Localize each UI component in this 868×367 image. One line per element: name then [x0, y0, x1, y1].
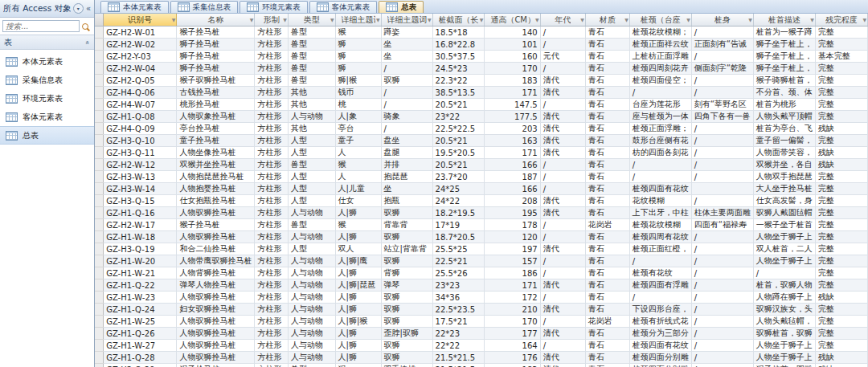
table-cell[interactable]: 完整: [815, 75, 867, 87]
table-cell[interactable]: GZ-H1-Q-28: [104, 352, 177, 364]
table-cell[interactable]: 方柱形: [255, 123, 289, 135]
table-cell[interactable]: 桩颈四面有花纹: [629, 183, 691, 195]
table-cell[interactable]: 残缺: [815, 159, 867, 171]
table-cell[interactable]: 青石: [585, 255, 629, 267]
table-cell[interactable]: 方柱形: [255, 39, 289, 51]
table-cell[interactable]: GZ-H1-Q-22: [104, 279, 177, 292]
table-cell[interactable]: 人|儿童: [335, 183, 381, 195]
table-cell[interactable]: 钱币: [335, 87, 381, 99]
table-cell[interactable]: GZ-H3-Q-19: [104, 243, 177, 255]
table-cell[interactable]: GZ-H1-Q-08: [104, 111, 177, 123]
filter-dropdown-icon[interactable]: ▼: [686, 17, 690, 22]
table-cell[interactable]: 人物坐于狮子上: [753, 231, 815, 243]
table-cell[interactable]: 残缺: [815, 364, 867, 367]
table-cell[interactable]: /: [540, 292, 585, 304]
search-icon[interactable]: [82, 23, 88, 30]
filter-dropdown-icon[interactable]: ▼: [624, 17, 628, 22]
table-cell[interactable]: 人|狮: [335, 340, 381, 352]
table-cell[interactable]: 人|狮|鹰: [335, 255, 381, 267]
table-cell[interactable]: 桩颈四面分别雕: [629, 352, 691, 364]
table-cell[interactable]: 人型: [288, 135, 335, 147]
table-cell[interactable]: 童子留一偏髻，: [753, 135, 815, 147]
table-cell[interactable]: 双猴并坐，各自: [753, 159, 815, 171]
table-cell[interactable]: 桩颈花纹模糊；: [629, 27, 691, 39]
table-cell[interactable]: 方柱形: [255, 207, 289, 219]
table-cell[interactable]: 人物头戴毡帽，: [753, 316, 815, 328]
row-selector[interactable]: [95, 195, 104, 207]
table-cell[interactable]: 桩首为桃形: [753, 99, 815, 111]
table-cell[interactable]: 方柱形: [255, 292, 289, 304]
table-cell[interactable]: 210: [485, 304, 540, 316]
table-cell[interactable]: 完整: [815, 39, 867, 51]
table-cell[interactable]: 157: [485, 255, 540, 267]
table-cell[interactable]: 178: [485, 219, 540, 231]
table-cell[interactable]: 24*25: [432, 183, 485, 195]
row-selector[interactable]: [95, 51, 104, 63]
column-header-桩首描述[interactable]: 桩首描述▼: [753, 14, 815, 27]
table-cell[interactable]: 20.5*21: [432, 135, 485, 147]
table-cell[interactable]: 青石: [585, 328, 629, 340]
table-cell[interactable]: 人与动物: [288, 231, 335, 243]
table-cell[interactable]: 青石: [585, 135, 629, 147]
table-cell[interactable]: 人与动物: [288, 340, 335, 352]
table-cell[interactable]: 人物双手抱琵琶: [753, 171, 815, 183]
row-selector[interactable]: [95, 171, 104, 183]
sidebar-item-客体元素表[interactable]: 客体元素表: [0, 108, 94, 126]
table-cell[interactable]: 人与动物: [288, 267, 335, 279]
table-cell[interactable]: 青石: [585, 75, 629, 87]
sidebar-item-总表[interactable]: 总表: [0, 126, 94, 145]
table-cell[interactable]: 猴: [335, 364, 381, 367]
table-cell[interactable]: 大人坐于拴马桩: [753, 183, 815, 195]
table-cell[interactable]: 人与动物: [288, 111, 335, 123]
table-cell[interactable]: 人|狮|琵琶: [335, 279, 381, 292]
table-cell[interactable]: 人物蹲在狮子上: [753, 292, 815, 304]
table-cell[interactable]: 22.5*22.5: [432, 123, 485, 135]
table-cell[interactable]: 猴子桩首，圆雕: [753, 364, 815, 367]
table-cell[interactable]: GZ-H3-Q-11: [104, 147, 177, 159]
table-cell[interactable]: 驭狮: [381, 255, 432, 267]
table-cell[interactable]: 蹲姿: [381, 27, 432, 39]
table-cell[interactable]: 21.5*21.5: [432, 352, 485, 364]
table-cell[interactable]: 人|狮: [335, 304, 381, 316]
table-cell[interactable]: GZ-H4-Q-06: [104, 87, 177, 99]
table-cell[interactable]: 桩颈花纹模糊: [629, 219, 691, 231]
table-cell[interactable]: 195: [485, 207, 540, 219]
sidebar-section-tables[interactable]: 表 «: [0, 35, 94, 50]
table-cell[interactable]: 方柱形: [255, 219, 289, 231]
table-cell[interactable]: 桩颈正面祥云纹: [629, 39, 691, 51]
table-cell[interactable]: 23*22: [432, 111, 485, 123]
table-cell[interactable]: 青石: [585, 267, 629, 279]
table-cell[interactable]: 青石: [585, 279, 629, 292]
table-cell[interactable]: 方柱形: [255, 255, 289, 267]
table-cell[interactable]: 桩颈四周刻花卉: [629, 63, 691, 75]
table-cell[interactable]: 青石: [585, 111, 629, 123]
table-cell[interactable]: GZ-H2-Y-03: [104, 51, 177, 63]
table-cell[interactable]: 桩颈有折线式花: [629, 316, 691, 328]
table-cell[interactable]: 完整: [815, 27, 867, 39]
table-cell[interactable]: 四角下各有一兽: [691, 111, 753, 123]
column-header-形制[interactable]: 形制▼: [255, 14, 289, 27]
table-cell[interactable]: 34*36: [432, 292, 485, 304]
table-cell[interactable]: 清代: [540, 147, 585, 159]
table-cell[interactable]: 完整: [815, 87, 867, 99]
table-cell[interactable]: /: [629, 87, 691, 99]
table-cell[interactable]: 197: [485, 243, 540, 255]
table-cell[interactable]: 青石: [585, 183, 629, 195]
table-cell[interactable]: 和合二仙拴马桩: [177, 243, 255, 255]
table-cell[interactable]: /: [691, 364, 753, 367]
table-cell[interactable]: 仕女高发髻，身: [753, 195, 815, 207]
table-cell[interactable]: 完整: [815, 255, 867, 267]
table-cell[interactable]: 人与动物: [288, 304, 335, 316]
table-cell[interactable]: 170: [485, 316, 540, 328]
table-cell[interactable]: 170: [485, 63, 540, 75]
table-cell[interactable]: 青石: [585, 195, 629, 207]
table-cell[interactable]: /: [540, 219, 585, 231]
table-cell[interactable]: /: [691, 328, 753, 340]
table-cell[interactable]: 人型: [288, 171, 335, 183]
table-cell[interactable]: 兽型: [288, 364, 335, 367]
table-cell[interactable]: 人物抱婴拴马桩: [177, 183, 255, 195]
table-cell[interactable]: 残缺: [815, 292, 867, 304]
table-cell[interactable]: 侧面刻字“乾隆: [691, 63, 753, 75]
table-cell[interactable]: 人型: [288, 243, 335, 255]
table-cell[interactable]: 桩颈四面侵空；: [629, 75, 691, 87]
